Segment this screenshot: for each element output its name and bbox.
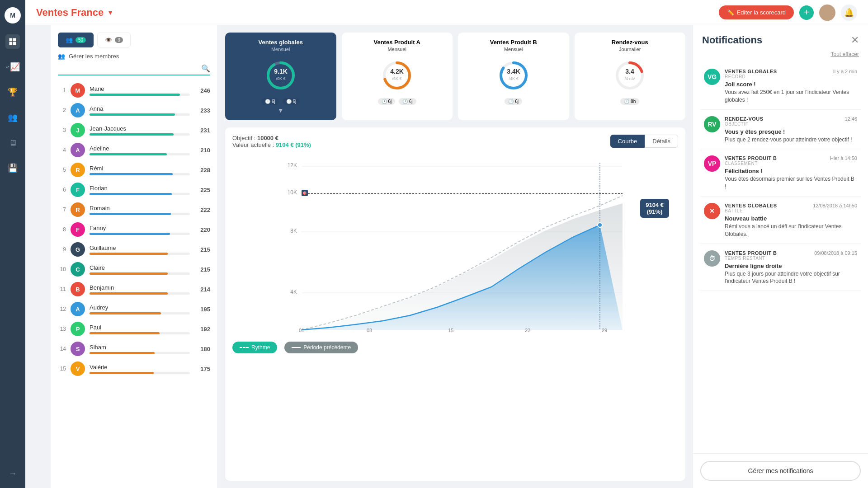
lb-info: Siham bbox=[90, 344, 190, 354]
scorecard-title[interactable]: Ventes France ▼ bbox=[36, 7, 113, 19]
notif-type: BATTLE bbox=[725, 208, 857, 213]
lb-bar bbox=[90, 372, 154, 374]
avatar: A bbox=[71, 103, 85, 117]
sidebar: M 📈 🏆 👥 🖥 💾 → bbox=[0, 0, 25, 488]
lb-score: 231 bbox=[194, 127, 210, 134]
notif-item[interactable]: ✕ VENTES GLOBALES 12/08/2018 à 14h50 BAT… bbox=[700, 197, 861, 244]
lb-bar-bg bbox=[90, 213, 190, 215]
lb-bar-bg bbox=[90, 272, 190, 275]
tab-courbe[interactable]: Courbe bbox=[610, 135, 645, 148]
notifications-bell-button[interactable]: 🔔 bbox=[841, 5, 857, 21]
clear-all-link[interactable]: Tout effacer bbox=[831, 51, 859, 57]
app-logo[interactable]: M bbox=[5, 7, 21, 23]
list-item[interactable]: 12 A Audrey 195 bbox=[58, 300, 210, 319]
legend-rythme-label: Rythme bbox=[251, 344, 270, 351]
lb-rank: 15 bbox=[58, 366, 66, 372]
notif-clear-area: Tout effacer bbox=[693, 50, 868, 63]
chart-objectif: Objectif : 10000 € bbox=[232, 135, 311, 141]
sidebar-item-logout[interactable]: → bbox=[5, 466, 20, 481]
notif-item[interactable]: VG VENTES GLOBALES Il y a 2 min RECORD J… bbox=[700, 63, 861, 110]
scorecard[interactable]: Rendez-vous Journalier 3.4 /4 rdv 🕐 8h bbox=[575, 33, 686, 120]
lb-info: Valérie bbox=[90, 364, 190, 374]
notif-icon: ⏱ bbox=[704, 250, 720, 267]
lb-name: Romain bbox=[90, 205, 190, 211]
sidebar-item-screen[interactable]: 🖥 bbox=[5, 136, 20, 150]
search-icon[interactable]: 🔍 bbox=[201, 64, 210, 73]
topbar-actions: ✏️ Editer la scorecard + 🔔 bbox=[719, 5, 857, 21]
gauge-container: 3.4K /4K € bbox=[495, 57, 532, 94]
avatar: A bbox=[71, 302, 85, 316]
list-item[interactable]: 15 V Valérie 175 bbox=[58, 359, 210, 378]
lb-rank: 13 bbox=[58, 326, 66, 332]
list-item[interactable]: 11 B Benjamin 214 bbox=[58, 280, 210, 299]
lb-bar-bg bbox=[90, 233, 190, 235]
scorecard-tag: 🕐 6j bbox=[505, 98, 522, 105]
notif-item[interactable]: RV RENDEZ-VOUS 12:46 OBJECTIF Vous y ête… bbox=[700, 111, 861, 150]
sidebar-item-team[interactable]: 👥 bbox=[5, 110, 20, 125]
sidebar-item-dashboard[interactable] bbox=[5, 34, 20, 49]
notif-type: TEMPS RESTANT bbox=[725, 256, 857, 261]
scorecard[interactable]: Ventes Produit B Mensuel 3.4K /4K € 🕐 6j bbox=[458, 33, 569, 120]
list-item[interactable]: 6 F Florian 225 bbox=[58, 180, 210, 199]
edit-scorecard-button[interactable]: ✏️ Editer la scorecard bbox=[719, 5, 794, 19]
scorecard-footer: 🕐 6j🕐 6j bbox=[261, 98, 300, 105]
list-item[interactable]: 1 M Marie 246 bbox=[58, 81, 210, 100]
tab-teams[interactable]: 👁️ 3 bbox=[97, 33, 131, 47]
manage-members-btn[interactable]: 👥 Gérer les membres bbox=[58, 53, 210, 60]
members-badge: 50 bbox=[75, 37, 86, 43]
svg-text:/0K €: /0K € bbox=[276, 76, 285, 81]
svg-point-3 bbox=[268, 63, 293, 88]
chart-container: 12K 10K 8K 4K 🎯 bbox=[232, 154, 678, 336]
avatar: V bbox=[71, 361, 85, 376]
lb-score: 175 bbox=[194, 366, 210, 372]
lb-score: 195 bbox=[194, 306, 210, 313]
lb-name: Anna bbox=[90, 105, 190, 112]
lb-score: 180 bbox=[194, 346, 210, 352]
notif-close-button[interactable]: ✕ bbox=[851, 34, 859, 46]
list-item[interactable]: 5 R Rémi 228 bbox=[58, 160, 210, 179]
tab-details[interactable]: Détails bbox=[645, 135, 678, 148]
scorecard[interactable]: Ventes Produit A Mensuel 4.2K /6K € 🕐 6j… bbox=[342, 33, 453, 120]
add-button[interactable]: + bbox=[799, 5, 814, 20]
list-item[interactable]: 13 P Paul 192 bbox=[58, 319, 210, 338]
center-panel: Ventes globales Mensuel 9.1K /0K € 🕐 6j🕐… bbox=[218, 25, 693, 488]
lb-name: Fanny bbox=[90, 225, 190, 231]
scorecard[interactable]: Ventes globales Mensuel 9.1K /0K € 🕐 6j🕐… bbox=[225, 33, 336, 120]
lb-bar-bg bbox=[90, 253, 190, 255]
avatar: C bbox=[71, 262, 85, 277]
notif-title: Vous y êtes presque ! bbox=[725, 128, 857, 135]
notif-title: Joli score ! bbox=[725, 81, 857, 88]
list-item[interactable]: 7 R Romain 222 bbox=[58, 200, 210, 219]
list-item[interactable]: 9 G Guillaume 215 bbox=[58, 240, 210, 259]
lb-name: Rémi bbox=[90, 165, 190, 172]
lb-info: Claire bbox=[90, 264, 190, 275]
tab-members[interactable]: 👥 50 bbox=[58, 33, 94, 47]
lb-rank: 2 bbox=[58, 107, 66, 113]
user-avatar[interactable] bbox=[819, 5, 835, 21]
list-item[interactable]: 2 A Anna 233 bbox=[58, 101, 210, 120]
list-item[interactable]: 10 C Claire 215 bbox=[58, 260, 210, 279]
svg-text:4.2K: 4.2K bbox=[390, 68, 404, 75]
lb-name: Valérie bbox=[90, 364, 190, 371]
notifications-panel: Notifications ✕ Tout effacer VG VENTES G… bbox=[693, 25, 868, 488]
list-item[interactable]: 8 F Fanny 220 bbox=[58, 220, 210, 239]
manage-notifications-button[interactable]: Gérer mes notifications bbox=[700, 461, 861, 481]
notif-icon: VP bbox=[704, 155, 720, 172]
sidebar-item-data[interactable]: 💾 bbox=[5, 161, 20, 175]
list-item[interactable]: 14 S Siham 180 bbox=[58, 339, 210, 358]
search-input[interactable] bbox=[58, 65, 201, 72]
legend-periode[interactable]: Période précédente bbox=[284, 342, 358, 353]
lb-score: 222 bbox=[194, 206, 210, 213]
lb-score: 220 bbox=[194, 226, 210, 233]
notif-item[interactable]: ⏱ VENTES PRODUIT B 09/08/2018 à 09:15 TE… bbox=[700, 245, 861, 291]
lb-rank: 1 bbox=[58, 87, 66, 94]
notif-desc: Vous êtes désormais premier sur les Vent… bbox=[725, 175, 857, 191]
lb-info: Florian bbox=[90, 185, 190, 195]
notif-category: RENDEZ-VOUS bbox=[725, 116, 764, 122]
legend-rythme[interactable]: Rythme bbox=[232, 342, 277, 353]
notif-item[interactable]: VP VENTES PRODUIT B Hier à 14:50 CLASSEM… bbox=[700, 150, 861, 197]
list-item[interactable]: 3 J Jean-Jacques 231 bbox=[58, 121, 210, 140]
list-item[interactable]: 4 A Adeline 210 bbox=[58, 141, 210, 160]
sidebar-item-analytics[interactable]: 📈 bbox=[5, 60, 20, 74]
sidebar-item-trophy[interactable]: 🏆 bbox=[5, 85, 20, 99]
